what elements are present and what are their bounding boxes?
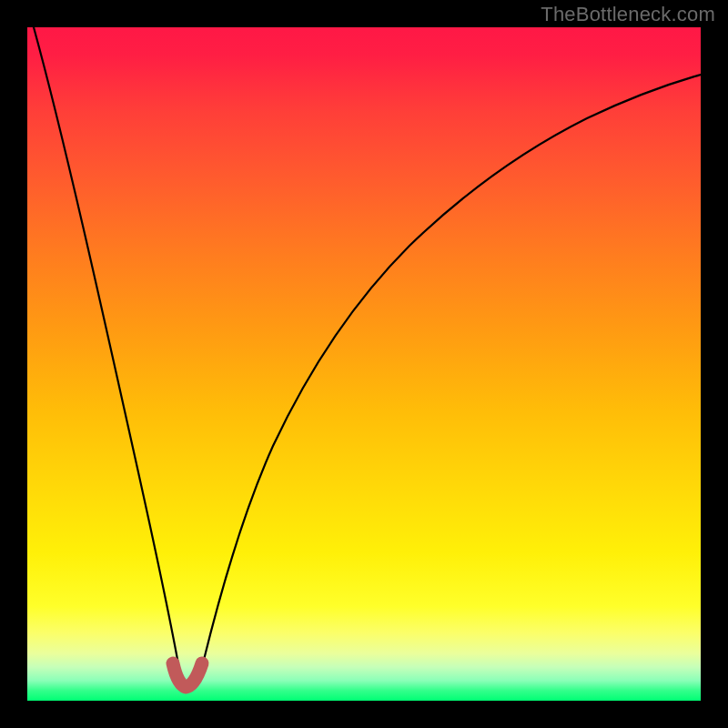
bottleneck-curve: [34, 27, 701, 688]
attribution-label: TheBottleneck.com: [541, 3, 715, 26]
plot-area: [27, 27, 701, 701]
chart-frame: TheBottleneck.com: [0, 0, 728, 728]
curve-trough-marker: [173, 663, 202, 687]
chart-svg: [27, 27, 701, 701]
